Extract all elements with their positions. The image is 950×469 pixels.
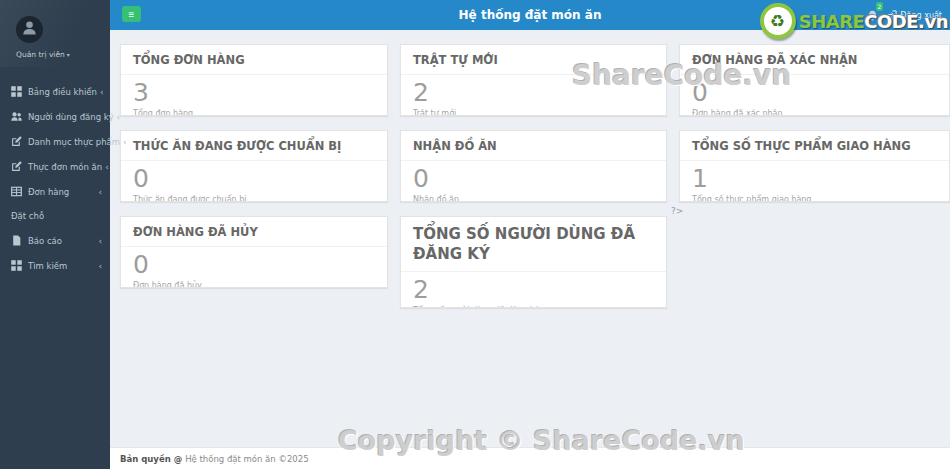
card-title: TRẬT TỰ MỚI	[401, 45, 666, 75]
navbar-right: 2 Đăng xuất	[867, 0, 942, 30]
logout-label: Đăng xuất	[900, 11, 942, 20]
card-title: ĐƠN HÀNG ĐÃ XÁC NHẬN	[680, 45, 949, 75]
user-icon	[21, 19, 38, 40]
sidebar-item-label: Danh mục thực phẩm	[28, 137, 120, 147]
card-body: 2 Trật tự mới	[401, 75, 666, 116]
card-title: TỔNG ĐƠN HÀNG	[121, 45, 387, 75]
card-value: 1	[692, 165, 937, 194]
sidebar-item-label: Thực đơn món ăn	[28, 162, 102, 172]
stat-card-new-orders: TRẬT TỰ MỚI 2 Trật tự mới	[400, 44, 667, 116]
footer-copyright-text: Hệ thống đặt món ăn ©2025	[185, 454, 308, 464]
card-sublabel: Tổng số người dùng đã đăng ký	[413, 306, 654, 308]
sidebar-item-label: Đơn hàng	[28, 187, 69, 197]
card-body: 1 Tổng số thực phẩm giao hàng	[680, 161, 949, 202]
card-body: 3 Tổng đơn hàng	[121, 75, 387, 116]
user-name-label: Quản trị viên	[16, 50, 65, 59]
chevron-left-icon: ‹	[95, 261, 102, 271]
card-value: 0	[413, 165, 654, 194]
sidebar-item-label: Đặt chỗ	[11, 211, 44, 221]
chevron-left-icon: ‹	[97, 87, 104, 97]
stat-card-total-orders: TỔNG ĐƠN HÀNG 3 Tổng đơn hàng	[120, 44, 388, 116]
stat-card-food-received: NHẬN ĐỒ ĂN 0 Nhận đồ ăn	[400, 130, 667, 202]
chevron-left-icon: ‹	[120, 137, 127, 147]
card-sublabel: Đơn hàng đã hủy	[133, 281, 375, 288]
card-title: TỔNG SỐ THỰC PHẨM GIAO HÀNG	[680, 131, 949, 161]
page-title: Hệ thống đặt món ăn	[110, 0, 950, 30]
card-body: 0 Đơn hàng đã xác nhận	[680, 75, 949, 116]
sidebar-item-label: Báo cáo	[28, 236, 62, 246]
footer: Bản quyền @ Hệ thống đặt món ăn ©2025	[110, 447, 950, 469]
stat-card-food-delivered: TỔNG SỐ THỰC PHẨM GIAO HÀNG 1 Tổng số th…	[679, 130, 950, 202]
card-value: 0	[133, 251, 375, 280]
avatar[interactable]	[16, 16, 43, 43]
card-sublabel: Trật tự mới	[413, 109, 654, 116]
footer-copyright-bold: Bản quyền @	[120, 454, 182, 464]
sidebar-item-label: Bảng điều khiển	[28, 87, 97, 97]
card-row-1: TỔNG ĐƠN HÀNG 3 Tổng đơn hàng TRẬT TỰ MỚ…	[120, 44, 950, 116]
card-value: 2	[413, 276, 654, 305]
card-value: 0	[692, 79, 937, 108]
card-title: TỔNG SỐ NGƯỜI DÙNG ĐÃ ĐĂNG KÝ	[401, 217, 666, 272]
card-sublabel: Tổng số thực phẩm giao hàng	[692, 195, 937, 202]
file-icon	[11, 235, 24, 246]
stat-card-confirmed-orders: ĐƠN HÀNG ĐÃ XÁC NHẬN 0 Đơn hàng đã xác n…	[679, 44, 950, 116]
stat-card-registered-users: TỔNG SỐ NGƯỜI DÙNG ĐÃ ĐĂNG KÝ 2 Tổng số …	[400, 216, 667, 308]
card-value: 2	[413, 79, 654, 108]
card-row-2: THỨC ĂN ĐANG ĐƯỢC CHUẨN BỊ 0 Thức ăn đan…	[120, 130, 950, 202]
sidebar-item-reservations[interactable]: Đặt chỗ	[0, 204, 110, 228]
card-body: 0 Đơn hàng đã hủy	[121, 247, 387, 288]
card-body: 0 Nhận đồ ăn	[401, 161, 666, 202]
grid-icon	[11, 260, 24, 271]
content-area: TỔNG ĐƠN HÀNG 3 Tổng đơn hàng TRẬT TỰ MỚ…	[110, 30, 950, 447]
chevron-left-icon: ‹	[113, 112, 120, 122]
sidebar-item-registered-users[interactable]: Người dùng đăng ký ‹	[0, 104, 110, 129]
user-dropdown[interactable]: Quản trị viên▾	[16, 50, 110, 59]
card-sublabel: Nhận đồ ăn	[413, 195, 654, 202]
card-body: 0 Thức ăn đang được chuẩn bị	[121, 161, 387, 202]
logout-icon	[888, 10, 897, 21]
notifications-button[interactable]: 2	[867, 6, 878, 25]
card-body: 2 Tổng số người dùng đã đăng ký	[401, 272, 666, 308]
stat-card-food-preparing: THỨC ĂN ĐANG ĐƯỢC CHUẨN BỊ 0 Thức ăn đan…	[120, 130, 388, 202]
card-sublabel: Đơn hàng đã xác nhận	[692, 109, 937, 116]
card-sublabel: Thức ăn đang được chuẩn bị	[133, 195, 375, 202]
chevron-left-icon: ‹	[102, 162, 109, 172]
top-navbar: ≡ Hệ thống đặt món ăn 2 Đăng xuất	[110, 0, 950, 30]
stat-card-cancelled-orders: ĐƠN HÀNG ĐÃ HỦY 0 Đơn hàng đã hủy	[120, 216, 388, 288]
chevron-left-icon: ‹	[95, 236, 102, 246]
sidebar-item-search[interactable]: Tìm kiếm ‹	[0, 253, 110, 278]
user-panel: Quản trị viên▾	[0, 0, 110, 67]
edit-icon	[11, 136, 24, 147]
card-row-3: ĐƠN HÀNG ĐÃ HỦY 0 Đơn hàng đã hủy TỔNG S…	[120, 216, 950, 308]
grid-icon	[11, 86, 24, 97]
caret-down-icon: ▾	[67, 51, 70, 58]
sidebar-item-label: Tìm kiếm	[28, 261, 67, 271]
card-title: NHẬN ĐỒ ĂN	[401, 131, 666, 161]
sidebar-item-menu-dishes[interactable]: Thực đơn món ăn ‹	[0, 154, 110, 179]
sidebar-item-orders[interactable]: Đơn hàng ‹	[0, 179, 110, 204]
edit-icon	[11, 161, 24, 172]
card-value: 0	[133, 165, 375, 194]
card-title: ĐƠN HÀNG ĐÃ HỦY	[121, 217, 387, 247]
notification-badge: 2	[876, 2, 884, 11]
stray-php-tag: ?>	[671, 206, 683, 216]
card-sublabel: Tổng đơn hàng	[133, 109, 375, 116]
chevron-left-icon: ‹	[95, 187, 102, 197]
sidebar: Quản trị viên▾ Bảng điều khiển ‹ Người d…	[0, 0, 110, 469]
users-icon	[11, 111, 24, 122]
sidebar-item-food-categories[interactable]: Danh mục thực phẩm ‹	[0, 129, 110, 154]
table-icon	[11, 186, 24, 197]
sidebar-menu: Bảng điều khiển ‹ Người dùng đăng ký ‹ D…	[0, 79, 110, 278]
card-title: THỨC ĂN ĐANG ĐƯỢC CHUẨN BỊ	[121, 131, 387, 161]
sidebar-item-reports[interactable]: Báo cáo ‹	[0, 228, 110, 253]
sidebar-item-dashboard[interactable]: Bảng điều khiển ‹	[0, 79, 110, 104]
card-value: 3	[133, 79, 375, 108]
sidebar-item-label: Người dùng đăng ký	[28, 112, 113, 122]
logout-button[interactable]: Đăng xuất	[888, 10, 942, 21]
